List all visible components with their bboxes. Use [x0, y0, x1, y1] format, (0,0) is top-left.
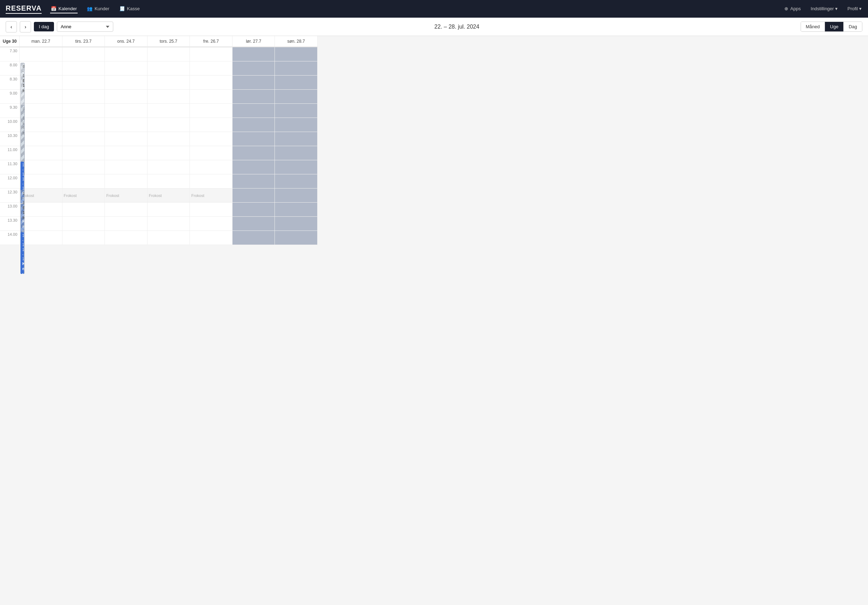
- nav-kalender[interactable]: 📅 Kalender: [50, 5, 78, 13]
- cell-r7-c5[interactable]: [232, 146, 275, 160]
- cell-r0-c1[interactable]: [62, 47, 105, 61]
- cell-r12-c0[interactable]: [20, 217, 62, 231]
- cell-r5-c2[interactable]: [105, 118, 147, 132]
- cell-r1-c6[interactable]: [275, 61, 318, 76]
- cell-r6-c4[interactable]: [190, 132, 232, 146]
- cell-r9-c3[interactable]: [147, 174, 190, 188]
- cell-r2-c0[interactable]: [20, 76, 62, 90]
- cell-r10-c1[interactable]: Frokost: [62, 188, 105, 203]
- appointment-appt10[interactable]: 14.00 - 14.30Klip med vask (1/2): [20, 247, 24, 274]
- cell-r3-c5[interactable]: [232, 90, 275, 104]
- cell-r3-c0[interactable]: [20, 90, 62, 104]
- cell-r9-c5[interactable]: [232, 174, 275, 188]
- cell-r3-c1[interactable]: [62, 90, 105, 104]
- cell-r10-c0[interactable]: Frokost: [20, 188, 62, 203]
- cell-r9-c0[interactable]: [20, 174, 62, 188]
- cell-r3-c6[interactable]: [275, 90, 318, 104]
- cell-r9-c4[interactable]: [190, 174, 232, 188]
- cell-r7-c1[interactable]: [62, 146, 105, 160]
- staff-select[interactable]: Anne Lisa Sara: [57, 22, 113, 32]
- cell-r7-c6[interactable]: [275, 146, 318, 160]
- cell-r8-c0[interactable]: [20, 160, 62, 174]
- cell-r7-c3[interactable]: [147, 146, 190, 160]
- cell-r4-c3[interactable]: [147, 104, 190, 118]
- nav-profil[interactable]: Profil ▾: [847, 5, 862, 13]
- view-maaned[interactable]: Måned: [801, 22, 825, 31]
- cell-r6-c0[interactable]: [20, 132, 62, 146]
- cell-r11-c4[interactable]: [190, 203, 232, 217]
- view-dag[interactable]: Dag: [844, 22, 862, 31]
- cell-r11-c3[interactable]: [147, 203, 190, 217]
- cell-r13-c3[interactable]: [147, 231, 190, 245]
- cell-r10-c2[interactable]: Frokost: [105, 188, 147, 203]
- cell-r2-c3[interactable]: [147, 76, 190, 90]
- cell-r10-c4[interactable]: Frokost: [190, 188, 232, 203]
- cell-r11-c6[interactable]: [275, 203, 318, 217]
- cell-r4-c2[interactable]: [105, 104, 147, 118]
- cell-r0-c0[interactable]: [20, 47, 62, 61]
- cell-r13-c4[interactable]: [190, 231, 232, 245]
- cell-r11-c0[interactable]: [20, 203, 62, 217]
- cell-r9-c1[interactable]: [62, 174, 105, 188]
- cell-r11-c1[interactable]: [62, 203, 105, 217]
- cell-r6-c5[interactable]: [232, 132, 275, 146]
- cell-r5-c4[interactable]: [190, 118, 232, 132]
- cell-r6-c3[interactable]: [147, 132, 190, 146]
- cell-r12-c6[interactable]: [275, 217, 318, 231]
- cell-r2-c1[interactable]: [62, 76, 105, 90]
- nav-indstillinger[interactable]: Indstillinger ▾: [810, 5, 838, 13]
- cell-r6-c1[interactable]: [62, 132, 105, 146]
- cell-r12-c3[interactable]: [147, 217, 190, 231]
- cell-r5-c3[interactable]: [147, 118, 190, 132]
- today-button[interactable]: I dag: [34, 22, 54, 31]
- cell-r0-c5[interactable]: [232, 47, 275, 61]
- cell-r8-c6[interactable]: [275, 160, 318, 174]
- cell-r0-c2[interactable]: [105, 47, 147, 61]
- next-button[interactable]: ›: [20, 21, 31, 33]
- cell-r13-c5[interactable]: [232, 231, 275, 245]
- cell-r13-c1[interactable]: [62, 231, 105, 245]
- cell-r9-c2[interactable]: [105, 174, 147, 188]
- cell-r0-c3[interactable]: [147, 47, 190, 61]
- cell-r2-c6[interactable]: [275, 76, 318, 90]
- cell-r2-c4[interactable]: [190, 76, 232, 90]
- cell-r3-c4[interactable]: [190, 90, 232, 104]
- cell-r12-c2[interactable]: [105, 217, 147, 231]
- cell-r13-c0[interactable]: [20, 231, 62, 245]
- cell-r4-c5[interactable]: [232, 104, 275, 118]
- cell-r5-c6[interactable]: [275, 118, 318, 132]
- nav-kasse[interactable]: 🧾 Kasse: [119, 5, 140, 13]
- nav-apps[interactable]: ⊕ Apps: [784, 5, 802, 13]
- cell-r5-c1[interactable]: [62, 118, 105, 132]
- cell-r1-c0[interactable]: [20, 61, 62, 76]
- cell-r0-c6[interactable]: [275, 47, 318, 61]
- view-uge[interactable]: Uge: [825, 22, 844, 31]
- cell-r7-c2[interactable]: [105, 146, 147, 160]
- cell-r13-c6[interactable]: [275, 231, 318, 245]
- cell-r6-c6[interactable]: [275, 132, 318, 146]
- cell-r8-c1[interactable]: [62, 160, 105, 174]
- cell-r1-c5[interactable]: [232, 61, 275, 76]
- cell-r4-c4[interactable]: [190, 104, 232, 118]
- cell-r1-c2[interactable]: [105, 61, 147, 76]
- appointment-appt2[interactable]: 8.05 - 12.00Barns 1. høvgedag: [20, 63, 25, 175]
- cell-r12-c1[interactable]: [62, 217, 105, 231]
- prev-button[interactable]: ‹: [6, 21, 17, 33]
- cell-r10-c5[interactable]: [232, 188, 275, 203]
- cell-r4-c0[interactable]: [20, 104, 62, 118]
- cell-r6-c2[interactable]: [105, 132, 147, 146]
- cell-r11-c5[interactable]: [232, 203, 275, 217]
- cell-r12-c5[interactable]: [232, 217, 275, 231]
- cell-r3-c3[interactable]: [147, 90, 190, 104]
- cell-r7-c0[interactable]: [20, 146, 62, 160]
- nav-kunder[interactable]: 👥 Kunder: [86, 5, 110, 13]
- cell-r3-c2[interactable]: [105, 90, 147, 104]
- cell-r5-c5[interactable]: [232, 118, 275, 132]
- cell-r0-c4[interactable]: [190, 47, 232, 61]
- cell-r13-c2[interactable]: [105, 231, 147, 245]
- cell-r2-c5[interactable]: [232, 76, 275, 90]
- cell-r5-c0[interactable]: [20, 118, 62, 132]
- cell-r1-c1[interactable]: [62, 61, 105, 76]
- cell-r10-c3[interactable]: Frokost: [147, 188, 190, 203]
- cell-r2-c2[interactable]: [105, 76, 147, 90]
